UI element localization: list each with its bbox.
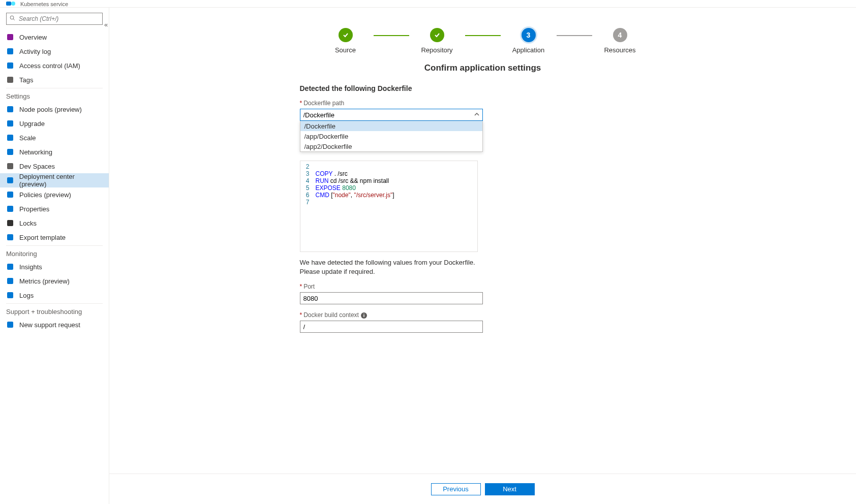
sidebar-item-new-support-request[interactable]: New support request xyxy=(0,318,109,332)
svg-rect-10 xyxy=(7,135,13,141)
dropdown-option[interactable]: /app2/Dockerfile xyxy=(300,141,482,151)
nav-icon xyxy=(6,263,14,271)
sidebar-item-label: Logs xyxy=(19,292,34,299)
sidebar-item-networking[interactable]: Networking xyxy=(0,145,109,159)
page-title: Confirm application settings xyxy=(300,63,666,73)
sidebar-item-logs[interactable]: Logs xyxy=(0,288,109,302)
svg-rect-13 xyxy=(7,177,13,183)
main-panel: Source Repository 3 Application 4 xyxy=(109,8,856,504)
section-label-monitoring: Monitoring xyxy=(0,247,109,260)
svg-rect-0 xyxy=(6,2,11,6)
nav-icon xyxy=(6,148,14,156)
dockerfile-path-label: *Dockerfile path xyxy=(300,100,666,107)
previous-button[interactable]: Previous xyxy=(431,483,481,495)
nav-icon xyxy=(6,47,14,55)
port-label: *Port xyxy=(300,283,666,290)
dropdown-option[interactable]: /app/Dockerfile xyxy=(300,131,482,141)
sidebar-item-tags[interactable]: Tags xyxy=(0,73,109,87)
step-resources-label: Resources xyxy=(604,46,635,54)
port-input[interactable] xyxy=(300,292,483,304)
nav-icon xyxy=(6,205,14,213)
step-resources-upcoming: 4 xyxy=(613,28,627,42)
section-label-support: Support + troubleshooting xyxy=(0,305,109,318)
sidebar-item-scale[interactable]: Scale xyxy=(0,131,109,145)
svg-rect-4 xyxy=(7,34,13,40)
section-subtitle: Detected the following Dockerfile xyxy=(300,84,666,92)
sidebar-item-export-template[interactable]: Export template xyxy=(0,230,109,244)
step-repository-label: Repository xyxy=(421,46,452,54)
nav-icon xyxy=(6,162,14,170)
sidebar-item-label: Export template xyxy=(19,234,66,241)
nav-icon xyxy=(6,33,14,41)
step-source-label: Source xyxy=(335,46,356,54)
aks-resource-icon xyxy=(6,0,16,7)
sidebar-item-upgrade[interactable]: Upgrade xyxy=(0,116,109,131)
nav-icon xyxy=(6,176,14,184)
build-context-input[interactable] xyxy=(300,321,483,333)
svg-rect-18 xyxy=(7,264,13,270)
sidebar-item-policies-preview-[interactable]: Policies (preview) xyxy=(0,187,109,202)
svg-rect-8 xyxy=(7,106,13,112)
dropdown-option[interactable]: /Dockerfile xyxy=(300,121,482,131)
sidebar-item-label: Properties xyxy=(19,205,49,213)
svg-point-1 xyxy=(11,2,15,6)
detected-values-hint: We have detected the following values fr… xyxy=(300,258,483,276)
step-application-current: 3 xyxy=(522,28,536,42)
sidebar-item-activity-log[interactable]: Activity log xyxy=(0,44,109,58)
sidebar-item-label: Networking xyxy=(19,148,52,156)
svg-rect-11 xyxy=(7,149,13,155)
svg-rect-16 xyxy=(7,220,13,226)
section-label-settings: Settings xyxy=(0,89,109,102)
topbar-label: Kubernetes service xyxy=(20,1,68,7)
sidebar-item-deployment-center-preview-[interactable]: Deployment center (preview) xyxy=(0,173,109,187)
sidebar-item-dev-spaces[interactable]: Dev Spaces xyxy=(0,159,109,173)
search-icon xyxy=(10,15,16,23)
dockerfile-preview: 2 3COPY . /src4RUN cd /src && npm instal… xyxy=(300,161,478,252)
sidebar-item-label: Locks xyxy=(19,219,37,227)
wizard-footer: Previous Next xyxy=(109,474,856,504)
sidebar-item-overview[interactable]: Overview xyxy=(0,30,109,44)
sidebar-item-locks[interactable]: Locks xyxy=(0,216,109,230)
svg-rect-15 xyxy=(7,206,13,212)
svg-rect-14 xyxy=(7,192,13,198)
sidebar-item-label: Activity log xyxy=(19,48,51,55)
nav-icon xyxy=(6,321,14,329)
step-application-label: Application xyxy=(512,46,545,54)
sidebar-item-label: Dev Spaces xyxy=(19,163,55,170)
dockerfile-path-input[interactable] xyxy=(300,109,483,121)
sidebar-item-insights[interactable]: Insights xyxy=(0,260,109,274)
sidebar-item-label: Overview xyxy=(19,34,47,41)
search-input-wrapper[interactable] xyxy=(6,13,103,25)
divider xyxy=(6,303,103,304)
svg-rect-6 xyxy=(7,62,13,69)
svg-rect-20 xyxy=(7,292,13,298)
collapse-sidebar-icon[interactable]: « xyxy=(104,21,108,28)
next-button[interactable]: Next xyxy=(485,483,535,495)
sidebar-item-node-pools-preview-[interactable]: Node pools (preview) xyxy=(0,102,109,116)
sidebar-item-label: Deployment center (preview) xyxy=(19,173,103,188)
sidebar-item-label: Tags xyxy=(19,76,33,84)
sidebar-item-properties[interactable]: Properties xyxy=(0,202,109,216)
nav-icon xyxy=(6,191,14,199)
sidebar-item-label: Metrics (preview) xyxy=(19,277,70,285)
svg-rect-21 xyxy=(7,322,13,328)
build-context-label: *Docker build contexti xyxy=(300,311,666,319)
divider xyxy=(6,88,103,88)
nav-icon xyxy=(6,61,14,70)
sidebar-item-label: Insights xyxy=(19,263,42,271)
nav-icon xyxy=(6,219,14,227)
sidebar-item-metrics-preview-[interactable]: Metrics (preview) xyxy=(0,274,109,288)
svg-rect-19 xyxy=(7,278,13,284)
step-source-complete-icon xyxy=(339,28,353,42)
nav-icon xyxy=(6,105,14,113)
nav-icon xyxy=(6,291,14,299)
search-input[interactable] xyxy=(19,15,99,22)
sidebar-item-label: Policies (preview) xyxy=(19,191,71,199)
svg-rect-12 xyxy=(7,163,13,169)
sidebar-item-access-control-iam-[interactable]: Access control (IAM) xyxy=(0,58,109,73)
svg-rect-9 xyxy=(7,120,13,127)
step-connector xyxy=(557,35,592,36)
info-icon[interactable]: i xyxy=(361,312,367,319)
step-repository-complete-icon xyxy=(430,28,444,42)
nav-icon xyxy=(6,134,14,142)
